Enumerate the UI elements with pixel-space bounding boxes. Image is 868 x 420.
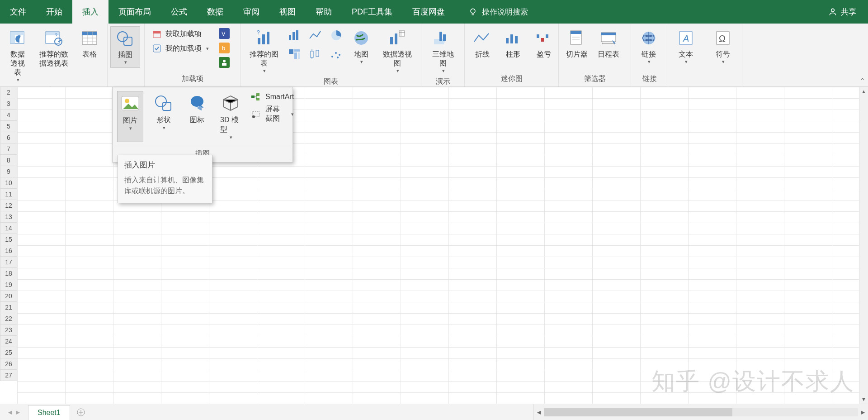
row-header[interactable]: 26 bbox=[0, 358, 17, 370]
row-header[interactable]: 27 bbox=[0, 370, 17, 381]
tab-file[interactable]: 文件 bbox=[0, 0, 36, 24]
shapes-button[interactable]: 形状▾ bbox=[151, 91, 177, 142]
sparkline-column-button[interactable]: 柱形 bbox=[499, 26, 527, 61]
tab-review[interactable]: 审阅 bbox=[233, 0, 269, 24]
row-header[interactable]: 4 bbox=[0, 110, 17, 121]
add-sheet-button[interactable] bbox=[70, 404, 92, 420]
people-graph-icon[interactable] bbox=[219, 57, 231, 69]
recommended-pivot-label: 推荐的数据透视表 bbox=[38, 50, 69, 68]
timeline-button[interactable]: 日程表 bbox=[594, 26, 623, 61]
vertical-scrollbar[interactable]: ▲ ▼ bbox=[859, 87, 868, 404]
tab-formulas[interactable]: 公式 bbox=[161, 0, 197, 24]
tell-me-search[interactable]: 操作说明搜索 bbox=[468, 0, 528, 24]
row-header[interactable]: 19 bbox=[0, 279, 17, 291]
row-header[interactable]: 18 bbox=[0, 268, 17, 279]
get-addins-label: 获取加载项 bbox=[165, 29, 202, 39]
svg-rect-48 bbox=[390, 37, 393, 44]
hierarchy-chart-icon[interactable] bbox=[287, 46, 303, 62]
smartart-button[interactable]: SmartArt bbox=[251, 92, 294, 102]
visio-icon[interactable]: V bbox=[219, 28, 231, 40]
sparkline-winloss-button[interactable]: 盈亏 bbox=[530, 26, 558, 61]
illustrations-dropdown: 图片▾ 形状▾ 图标 3D 模型▾ SmartArt 屏幕截图▾ 插图 bbox=[112, 87, 293, 162]
tab-page-layout[interactable]: 页面布局 bbox=[108, 0, 161, 24]
svg-rect-27 bbox=[258, 38, 260, 44]
tab-baidu-netdisk[interactable]: 百度网盘 bbox=[402, 0, 455, 24]
row-header[interactable]: 5 bbox=[0, 121, 17, 132]
tab-help[interactable]: 帮助 bbox=[306, 0, 342, 24]
row-header[interactable]: 20 bbox=[0, 291, 17, 302]
screenshot-button[interactable]: 屏幕截图▾ bbox=[251, 105, 294, 124]
svg-rect-4 bbox=[10, 32, 24, 35]
pivottable-button[interactable]: 数据透视表▾ bbox=[4, 26, 32, 85]
illustrations-button[interactable]: 插图▾ bbox=[110, 26, 140, 68]
row-header[interactable]: 8 bbox=[0, 155, 17, 166]
nav-prev-icon[interactable]: ◂ bbox=[8, 408, 12, 416]
bing-icon[interactable]: b bbox=[219, 43, 231, 54]
row-header[interactable]: 7 bbox=[0, 143, 17, 155]
pivotchart-icon bbox=[387, 28, 407, 48]
scroll-right-icon[interactable]: ▸ bbox=[858, 408, 868, 416]
pie-chart-icon[interactable] bbox=[328, 27, 344, 43]
collapse-ribbon-icon[interactable]: ⌃ bbox=[860, 77, 865, 84]
svg-point-46 bbox=[337, 57, 339, 58]
tab-view[interactable]: 视图 bbox=[269, 0, 306, 24]
row-header[interactable]: 14 bbox=[0, 223, 17, 234]
statistic-chart-icon[interactable] bbox=[307, 46, 324, 62]
row-header[interactable]: 23 bbox=[0, 325, 17, 336]
row-header[interactable]: 11 bbox=[0, 189, 17, 200]
scatter-chart-icon[interactable] bbox=[328, 46, 344, 62]
sparkline-line-button[interactable]: 折线 bbox=[468, 26, 496, 61]
row-header[interactable]: 21 bbox=[0, 302, 17, 313]
my-addins-button[interactable]: 我的加载项▾ bbox=[148, 43, 212, 54]
group-links: 链接▾ 链接 bbox=[631, 24, 668, 86]
tab-pdf-tools[interactable]: PDF工具集 bbox=[342, 0, 402, 24]
column-chart-icon[interactable] bbox=[287, 27, 303, 43]
scroll-down-icon[interactable]: ▼ bbox=[859, 395, 868, 404]
scroll-up-icon[interactable]: ▲ bbox=[859, 87, 868, 96]
row-header[interactable]: 3 bbox=[0, 98, 17, 110]
row-header[interactable]: 10 bbox=[0, 177, 17, 189]
group-symbols: Ω 符号▾ bbox=[705, 24, 742, 86]
3d-models-button[interactable]: 3D 模型▾ bbox=[217, 91, 244, 142]
recommended-pivot-button[interactable]: ? 推荐的数据透视表 bbox=[34, 26, 73, 70]
insert-picture-button[interactable]: 图片▾ bbox=[117, 91, 143, 142]
row-header[interactable]: 25 bbox=[0, 347, 17, 358]
share-button[interactable]: 共享 bbox=[816, 0, 868, 24]
get-addins-button[interactable]: 获取加载项 bbox=[148, 28, 212, 40]
tab-data[interactable]: 数据 bbox=[197, 0, 233, 24]
group-links-label: 链接 bbox=[631, 73, 668, 86]
horizontal-scrollbar[interactable]: ◂ ▸ bbox=[533, 404, 868, 420]
row-header[interactable]: 13 bbox=[0, 211, 17, 223]
3d-map-button[interactable]: 三维地图▾ bbox=[425, 26, 461, 76]
slicer-button[interactable]: 切片器 bbox=[562, 26, 591, 61]
row-header[interactable]: 16 bbox=[0, 245, 17, 257]
tab-insert[interactable]: 插入 bbox=[72, 0, 108, 24]
recommended-pivot-icon: ? bbox=[44, 28, 64, 48]
row-header[interactable]: 22 bbox=[0, 313, 17, 325]
symbol-button[interactable]: Ω 符号▾ bbox=[709, 26, 737, 67]
sheet-tab[interactable]: Sheet1 bbox=[28, 405, 70, 420]
pivotchart-button[interactable]: 数据透视图▾ bbox=[378, 26, 418, 76]
row-header[interactable]: 15 bbox=[0, 234, 17, 245]
nav-next-icon[interactable]: ▸ bbox=[16, 408, 20, 416]
maps-button[interactable]: 地图▾ bbox=[347, 26, 375, 67]
row-header[interactable]: 24 bbox=[0, 336, 17, 347]
row-header[interactable]: 2 bbox=[0, 87, 17, 98]
hscroll-thumb[interactable] bbox=[544, 408, 732, 416]
recommended-charts-button[interactable]: ? 推荐的图表▾ bbox=[244, 26, 284, 76]
slicer-icon bbox=[567, 28, 587, 48]
row-header[interactable]: 12 bbox=[0, 200, 17, 211]
svg-rect-55 bbox=[443, 34, 446, 41]
tab-home[interactable]: 开始 bbox=[36, 0, 72, 24]
scroll-left-icon[interactable]: ◂ bbox=[534, 408, 544, 416]
row-header[interactable]: 17 bbox=[0, 257, 17, 268]
row-header[interactable]: 9 bbox=[0, 166, 17, 177]
line-chart-icon[interactable] bbox=[307, 27, 324, 43]
sheet-nav[interactable]: ◂ ▸ bbox=[0, 404, 28, 420]
link-button[interactable]: 链接▾ bbox=[635, 26, 663, 67]
table-button[interactable]: 表格 bbox=[75, 26, 104, 61]
icons-button[interactable]: 图标 bbox=[184, 91, 210, 142]
sparkline-column-icon bbox=[503, 28, 523, 48]
row-header[interactable]: 6 bbox=[0, 132, 17, 143]
text-button[interactable]: A 文本▾ bbox=[672, 26, 700, 67]
